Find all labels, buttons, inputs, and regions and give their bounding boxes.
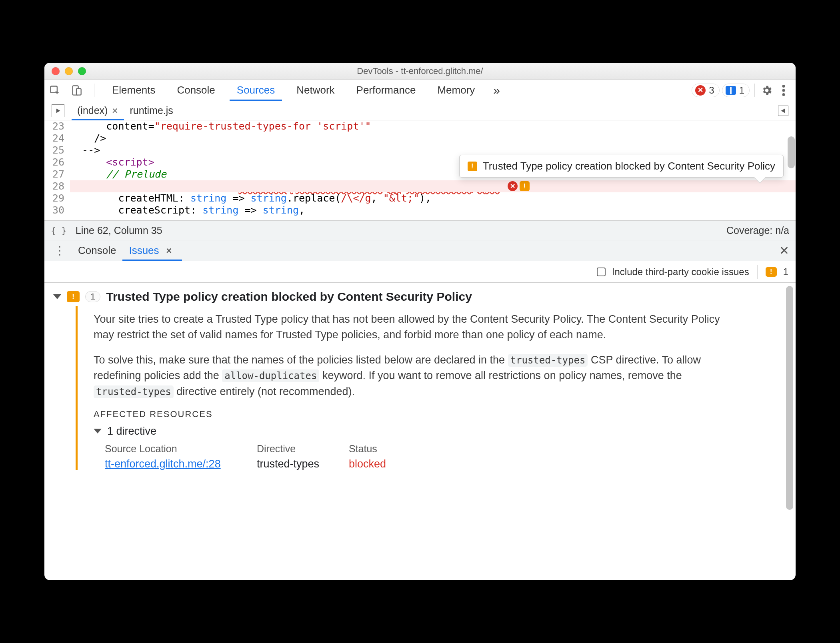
source-tab-strip: (index) ✕ runtime.js: [44, 101, 796, 120]
code-line[interactable]: content="require-trusted-types-for 'scri…: [70, 120, 796, 132]
debugger-pane-toggle-icon[interactable]: [778, 106, 788, 116]
code-line[interactable]: />: [70, 132, 796, 144]
chevron-down-icon[interactable]: [53, 294, 61, 299]
close-icon[interactable]: ✕: [112, 106, 118, 116]
drawer-tab-label: Issues: [129, 244, 159, 257]
source-tab-label: runtime.js: [130, 105, 173, 116]
tab-memory[interactable]: Memory: [430, 80, 482, 101]
navigator-toggle-icon[interactable]: [52, 104, 64, 117]
code-token: trusted-types: [94, 385, 174, 398]
code-token: trusted-types: [508, 354, 588, 367]
settings-icon[interactable]: [760, 83, 774, 98]
svg-rect-2: [76, 88, 81, 95]
cursor-position: Line 62, Column 35: [76, 225, 162, 236]
kebab-menu-icon[interactable]: [776, 83, 791, 98]
svg-point-5: [782, 93, 785, 96]
devtools-window: DevTools - tt-enforced.glitch.me/ Elemen…: [44, 63, 796, 580]
source-location-link[interactable]: tt-enforced.glitch.me/:28: [105, 458, 257, 470]
affected-resources-heading: AFFECTED RESOURCES: [94, 409, 786, 419]
warning-icon: !: [766, 267, 777, 277]
titlebar: DevTools - tt-enforced.glitch.me/: [44, 63, 796, 80]
th-source-location: Source Location: [105, 443, 257, 455]
code-line[interactable]: createScript: string => string,: [70, 204, 796, 216]
tab-network[interactable]: Network: [289, 80, 342, 101]
scrollbar-thumb[interactable]: [788, 136, 795, 168]
td-status: blocked: [349, 458, 429, 470]
error-icon: ✕: [695, 85, 706, 96]
tooltip-text: Trusted Type policy creation blocked by …: [483, 160, 775, 172]
svg-point-3: [782, 85, 785, 88]
drawer-close-icon[interactable]: ✕: [776, 244, 792, 258]
info-icon: ❙: [726, 86, 736, 95]
drawer-tab-console[interactable]: Console: [72, 240, 122, 261]
issues-toolbar: Include third-party cookie issues ! 1: [44, 261, 796, 283]
directive-summary: 1 directive: [107, 425, 156, 437]
th-directive: Directive: [257, 443, 349, 455]
issues-panel: ! 1 Trusted Type policy creation blocked…: [44, 283, 796, 580]
issue-count-badge: 1: [85, 291, 100, 302]
error-count: 3: [709, 85, 714, 96]
main-tab-strip: Elements Console Sources Network Perform…: [44, 80, 796, 101]
error-badge-icon[interactable]: ✕: [508, 181, 518, 191]
tab-elements[interactable]: Elements: [105, 80, 162, 101]
error-count-pill[interactable]: ✕ 3: [692, 84, 719, 97]
source-tab-label: (index): [77, 105, 108, 116]
issue-description-2: To solve this, make sure that the names …: [94, 352, 730, 399]
issue-description-1: Your site tries to create a Trusted Type…: [94, 312, 730, 343]
code-editor[interactable]: 2324252627282930 content="require-truste…: [44, 120, 796, 220]
affected-resources-table: Source Location Directive Status tt-enfo…: [105, 443, 786, 470]
source-tab-runtime[interactable]: runtime.js: [124, 101, 178, 120]
inspect-element-icon[interactable]: [48, 83, 62, 98]
tab-overflow[interactable]: »: [489, 80, 504, 101]
svg-marker-7: [781, 108, 785, 113]
warning-icon: !: [67, 291, 80, 302]
svg-point-4: [782, 89, 785, 92]
coverage-status: Coverage: n/a: [726, 225, 789, 236]
source-tab-index[interactable]: (index) ✕: [72, 101, 124, 120]
warning-badge-icon[interactable]: !: [520, 181, 530, 191]
drawer-menu-icon[interactable]: ⋮: [48, 244, 72, 257]
tab-sources[interactable]: Sources: [230, 80, 282, 101]
pretty-print-icon[interactable]: { }: [51, 226, 67, 236]
svg-marker-6: [56, 108, 60, 113]
tab-console[interactable]: Console: [170, 80, 222, 101]
code-line[interactable]: createHTML: string => string.replace(/\<…: [70, 192, 796, 204]
drawer-tab-issues[interactable]: Issues ✕: [122, 240, 182, 261]
issues-warn-count: 1: [783, 266, 788, 278]
issue-title: Trusted Type policy creation blocked by …: [106, 290, 472, 304]
td-directive: trusted-types: [257, 458, 349, 470]
info-count: 1: [739, 85, 744, 96]
device-toolbar-icon[interactable]: [69, 83, 84, 98]
third-party-label: Include third-party cookie issues: [612, 266, 749, 278]
drawer-tab-strip: ⋮ Console Issues ✕ ✕: [44, 240, 796, 261]
warning-icon: !: [468, 162, 477, 171]
chevron-down-icon[interactable]: [94, 429, 102, 433]
editor-status-bar: { } Line 62, Column 35 Coverage: n/a: [44, 220, 796, 240]
third-party-checkbox[interactable]: [597, 268, 606, 276]
info-count-pill[interactable]: ❙ 1: [722, 84, 750, 97]
code-token: allow-duplicates: [222, 369, 319, 382]
warning-tooltip: ! Trusted Type policy creation blocked b…: [459, 155, 784, 178]
tab-performance[interactable]: Performance: [349, 80, 423, 101]
scrollbar-thumb[interactable]: [786, 286, 793, 510]
close-icon[interactable]: ✕: [162, 246, 176, 256]
window-title: DevTools - tt-enforced.glitch.me/: [44, 66, 796, 76]
th-status: Status: [349, 443, 429, 455]
